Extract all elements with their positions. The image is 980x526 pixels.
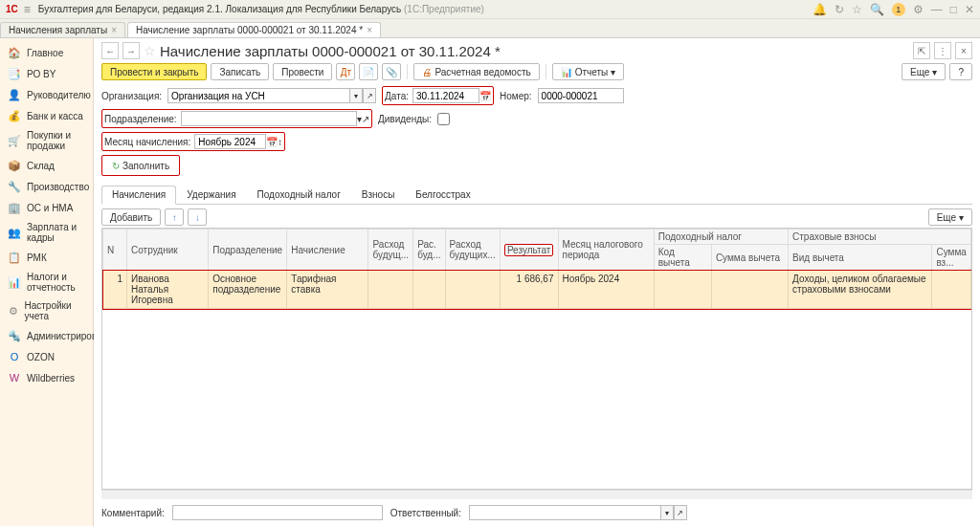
back-button[interactable]: ← <box>101 42 119 59</box>
number-label: Номер: <box>500 91 532 101</box>
reports-button[interactable]: 📊Отчеты ▾ <box>552 63 625 80</box>
col-sum-v[interactable]: Сумма вз... <box>932 245 971 271</box>
col-tax-month[interactable]: Месяц налогового периода <box>558 230 654 271</box>
sidebar-item-13[interactable]: OOZON <box>0 346 93 367</box>
maximize-icon[interactable]: □ <box>950 3 957 16</box>
sidebar-item-1[interactable]: 📑РО BY <box>0 63 93 84</box>
help-button[interactable]: ? <box>949 63 972 80</box>
basis-icon[interactable]: 📄 <box>359 63 378 80</box>
link-icon[interactable]: ⇱ <box>913 42 930 59</box>
org-label: Организация: <box>101 91 162 101</box>
table-row[interactable]: 1 Иванова Наталья Игоревна Основное подр… <box>103 271 971 309</box>
sidebar-item-11[interactable]: ⚙Настройки учета <box>0 296 93 325</box>
inner-tab-2[interactable]: Подоходный налог <box>247 186 351 204</box>
sidebar-item-10[interactable]: 📊Налоги и отчетность <box>0 268 93 296</box>
sidebar-item-0[interactable]: 🏠Главное <box>0 42 93 63</box>
user-badge[interactable]: 1 <box>892 3 905 16</box>
post-button[interactable]: Провести <box>273 63 332 80</box>
dropdown-icon[interactable]: ▾ <box>349 88 363 103</box>
dividends-checkbox[interactable] <box>437 113 450 125</box>
sidebar-item-7[interactable]: 🏢ОС и НМА <box>0 197 93 218</box>
payroll-sheet-button[interactable]: 🖨Расчетная ведомость <box>413 63 539 80</box>
sidebar-icon: 👥 <box>8 226 21 239</box>
col-accrual[interactable]: Начисление <box>287 230 368 271</box>
col-exp-fut2[interactable]: Расход будущих... <box>445 230 500 271</box>
inner-tab-0[interactable]: Начисления <box>101 186 176 205</box>
dropdown-icon[interactable]: ▾ <box>660 505 674 520</box>
move-down-button[interactable]: ↓ <box>188 208 207 226</box>
sidebar-item-2[interactable]: 👤Руководителю <box>0 84 93 105</box>
stepper-icon[interactable]: ↕ <box>278 137 282 147</box>
col-deduct-code[interactable]: Код вычета <box>654 245 711 271</box>
inner-tab-3[interactable]: Взносы <box>351 186 406 204</box>
tab-payroll-list[interactable]: Начисления зарплаты× <box>0 22 125 37</box>
sidebar-icon: 📊 <box>8 275 21 289</box>
inner-tab-4[interactable]: Белгосстрах <box>405 186 480 204</box>
attach-icon[interactable]: 📎 <box>382 63 401 80</box>
sidebar-item-14[interactable]: WWildberries <box>0 367 93 388</box>
col-exp-b[interactable]: Рас. буд... <box>413 230 445 271</box>
sidebar-item-12[interactable]: 🔩Администрирование <box>0 325 93 346</box>
sidebar-item-9[interactable]: 📋РМК <box>0 247 93 268</box>
inner-tab-1[interactable]: Удержания <box>176 186 246 204</box>
history-icon[interactable]: ↻ <box>835 3 844 16</box>
table-more-button[interactable]: Еще ▾ <box>928 208 972 226</box>
favorite-icon[interactable]: ☆ <box>144 43 156 58</box>
col-deduct-type[interactable]: Вид вычета <box>789 245 932 271</box>
open-icon[interactable]: ↗ <box>363 88 376 103</box>
col-income-tax[interactable]: Подоходный налог <box>654 230 788 245</box>
calendar-icon[interactable]: 📅 <box>479 91 491 101</box>
month-input[interactable] <box>194 134 266 149</box>
close-icon[interactable]: ✕ <box>965 3 974 16</box>
post-close-button[interactable]: Провести и закрыть <box>101 63 207 80</box>
sidebar-item-8[interactable]: 👥Зарплата и кадры <box>0 218 93 247</box>
col-dept[interactable]: Подразделение <box>209 230 287 271</box>
dt-kt-icon[interactable]: Дт <box>336 63 355 80</box>
move-up-button[interactable]: ↑ <box>165 208 184 226</box>
calendar-icon[interactable]: 📅 <box>266 137 278 147</box>
col-exp-future[interactable]: Расход будущ... <box>368 230 413 271</box>
col-employee[interactable]: Сотрудник <box>127 230 209 271</box>
comment-input[interactable] <box>172 505 383 520</box>
kebab-icon[interactable]: ⋮ <box>934 42 951 59</box>
number-input[interactable] <box>538 88 624 103</box>
fill-button[interactable]: ↻ Заполнить <box>104 157 177 174</box>
bell-icon[interactable]: 🔔 <box>813 3 827 16</box>
tab-payroll-doc[interactable]: Начисление зарплаты 0000-000021 от 30.11… <box>127 22 381 37</box>
save-button[interactable]: Записать <box>211 63 269 80</box>
dept-input[interactable] <box>181 111 357 126</box>
main-toolbar: Провести и закрыть Записать Провести Дт … <box>101 63 972 80</box>
sidebar-label: Wildberries <box>27 373 75 384</box>
responsible-input[interactable] <box>469 505 660 520</box>
org-input[interactable] <box>167 88 349 103</box>
horizontal-scrollbar[interactable] <box>101 490 972 499</box>
sidebar-item-4[interactable]: 🛒Покупки и продажи <box>0 126 93 155</box>
sidebar-item-3[interactable]: 💰Банк и касса <box>0 105 93 126</box>
sidebar: 🏠Главное📑РО BY👤Руководителю💰Банк и касса… <box>0 38 94 526</box>
tab-close-icon[interactable]: × <box>367 25 372 35</box>
open-icon[interactable]: ↗ <box>674 505 687 520</box>
settings-icon[interactable]: ⚙ <box>913 3 924 16</box>
search-icon[interactable]: 🔍 <box>870 3 884 16</box>
forward-button[interactable]: → <box>122 42 140 59</box>
close-icon[interactable]: × <box>955 42 972 59</box>
date-input[interactable] <box>412 88 479 103</box>
sidebar-icon: 💰 <box>8 109 21 122</box>
col-n[interactable]: N <box>103 230 127 271</box>
tab-close-icon[interactable]: × <box>111 25 117 35</box>
page-title: Начисление зарплаты 0000-000021 от 30.11… <box>160 43 501 59</box>
col-ins-contrib[interactable]: Страховые взносы <box>789 230 971 245</box>
sidebar-item-6[interactable]: 🔧Производство <box>0 176 93 197</box>
col-deduct-sum[interactable]: Сумма вычета <box>711 245 788 271</box>
open-icon[interactable]: ↗ <box>362 114 369 124</box>
star-icon[interactable]: ☆ <box>852 3 862 16</box>
add-button[interactable]: Добавить <box>101 208 161 226</box>
document-tabs: Начисления зарплаты× Начисление зарплаты… <box>0 19 980 38</box>
col-result[interactable]: Результат <box>500 230 558 271</box>
minimize-icon[interactable]: — <box>931 3 943 16</box>
sidebar-label: РО BY <box>27 69 56 79</box>
more-button[interactable]: Еще ▾ <box>902 63 946 80</box>
sidebar-item-5[interactable]: 📦Склад <box>0 155 93 176</box>
menu-icon[interactable]: ≡ <box>24 3 31 16</box>
sidebar-label: Настройки учета <box>25 300 86 321</box>
